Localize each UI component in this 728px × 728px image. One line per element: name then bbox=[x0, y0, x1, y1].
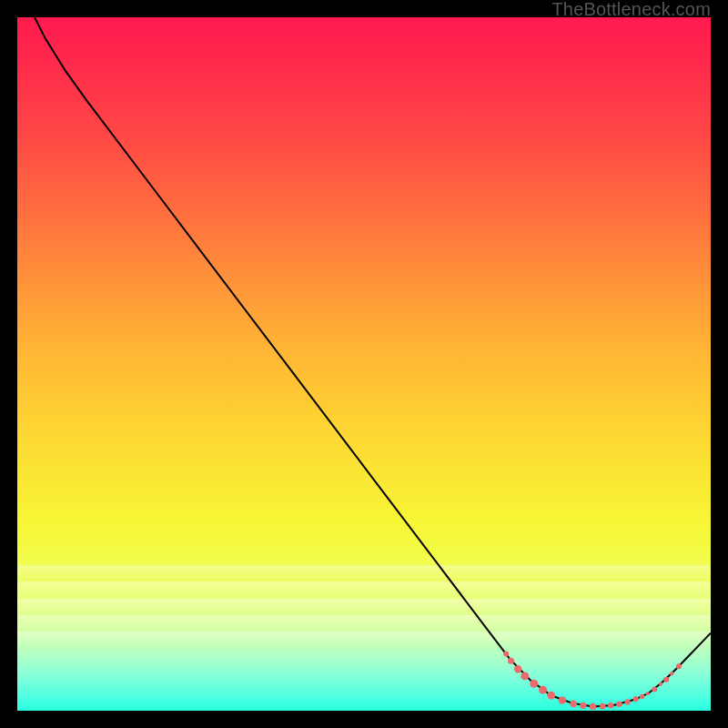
marker-dot bbox=[503, 652, 509, 657]
marker-dot bbox=[521, 672, 529, 681]
marker-dot bbox=[547, 692, 555, 700]
marker-dot bbox=[676, 663, 682, 669]
marker-dot bbox=[633, 696, 639, 702]
marker-dot bbox=[559, 696, 566, 703]
marker-dot bbox=[514, 665, 521, 672]
markers-layer bbox=[17, 17, 711, 711]
marker-dot bbox=[570, 701, 577, 708]
marker-dot bbox=[539, 686, 547, 694]
chart-stage: TheBottleneck.com bbox=[0, 0, 728, 728]
marker-dot bbox=[616, 701, 622, 707]
marker-dot bbox=[530, 680, 538, 688]
marker-dot bbox=[663, 677, 669, 682]
marker-dot bbox=[508, 658, 514, 664]
marker-dot bbox=[640, 694, 644, 699]
marker-dot bbox=[670, 672, 673, 675]
marker-dot bbox=[646, 692, 650, 695]
marker-dot bbox=[624, 699, 630, 704]
marker-dot bbox=[608, 703, 614, 709]
markers-group bbox=[503, 652, 682, 711]
marker-dot bbox=[600, 703, 606, 710]
marker-dot bbox=[652, 686, 657, 692]
plot-area bbox=[17, 17, 711, 711]
marker-dot bbox=[580, 703, 586, 709]
marker-dot bbox=[659, 682, 662, 686]
marker-dot bbox=[590, 703, 596, 710]
